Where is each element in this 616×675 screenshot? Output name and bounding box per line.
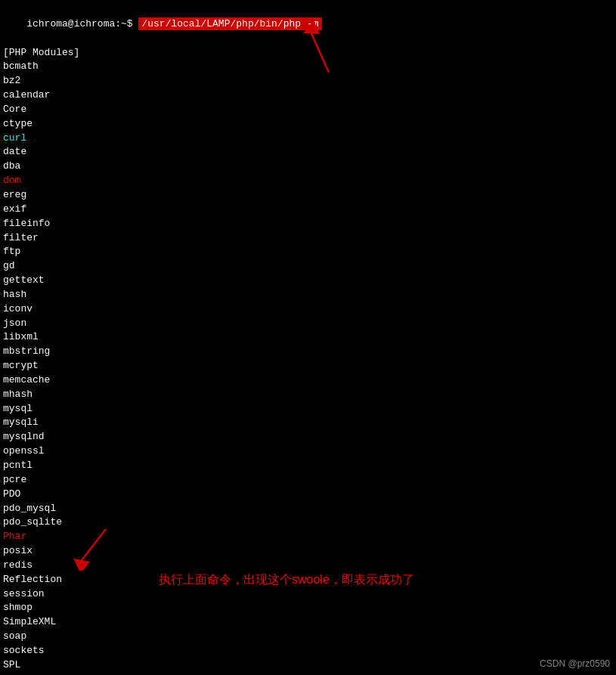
module-exif: exif: [3, 203, 613, 217]
module-ctype: ctype: [3, 117, 613, 132]
module-simplexml: SimpleXML: [3, 615, 613, 630]
module-bz2: bz2: [3, 74, 613, 88]
module-dba: dba: [3, 159, 613, 174]
module-session: session: [3, 587, 613, 602]
csdn-watermark: CSDN @prz0590: [540, 658, 610, 669]
module-memcache: memcache: [3, 373, 613, 388]
svg-line-1: [310, 30, 329, 73]
module-core: Core: [3, 103, 613, 117]
module-mysqlnd: mysqlnd: [3, 430, 613, 444]
module-iconv: iconv: [3, 302, 613, 317]
module-filter: filter: [3, 231, 613, 246]
module-mysql: mysql: [3, 402, 613, 416]
module-shmop: shmop: [3, 601, 613, 615]
module-soap: soap: [3, 630, 613, 644]
module-mcrypt: mcrypt: [3, 359, 613, 373]
module-ftp: ftp: [3, 245, 613, 259]
module-spl: SPL: [3, 658, 613, 673]
module-openssl: openssl: [3, 444, 613, 459]
module-pdo: PDO: [3, 488, 613, 502]
annotation-text: 执行上面命令，出现这个swoole，即表示成功了: [159, 572, 414, 588]
module-gettext: gettext: [3, 274, 613, 288]
module-pcntl: pcntl: [3, 459, 613, 473]
module-calendar: calendar: [3, 88, 613, 103]
module-curl: curl: [3, 132, 613, 146]
module-pdo-mysql: pdo_mysql: [3, 502, 613, 516]
arrow-up-annotation: [295, 21, 340, 74]
module-sqlite3: sqlite3: [3, 673, 613, 675]
module-date: date: [3, 145, 613, 159]
svg-line-3: [79, 529, 106, 563]
module-mbstring: mbstring: [3, 345, 613, 359]
module-ereg: ereg: [3, 188, 613, 203]
module-mhash: mhash: [3, 388, 613, 402]
module-json: json: [3, 317, 613, 331]
prompt: ichroma@ichroma:~$: [26, 18, 138, 29]
module-fileinfo: fileinfo: [3, 217, 613, 231]
module-hash: hash: [3, 288, 613, 302]
module-dom: dom: [3, 174, 613, 188]
arrow-down-annotation: [64, 525, 117, 571]
module-mysqli: mysqli: [3, 416, 613, 430]
module-gd: gd: [3, 259, 613, 274]
terminal-window: ichroma@ichroma:~$ /usr/local/LAMP/php/b…: [0, 0, 616, 675]
module-libxml: libxml: [3, 330, 613, 345]
module-pcre: pcre: [3, 473, 613, 488]
module-sockets: sockets: [3, 644, 613, 658]
